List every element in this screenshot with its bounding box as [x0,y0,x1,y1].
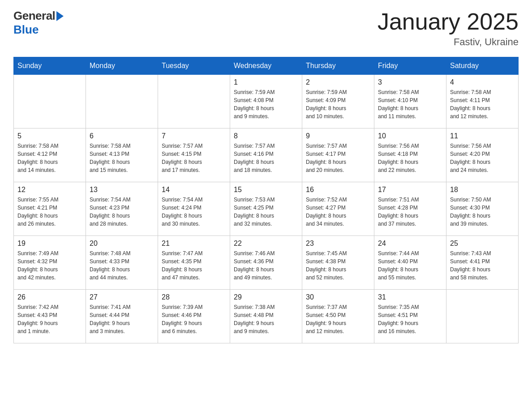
day-info: Sunrise: 7:37 AM Sunset: 4:50 PM Dayligh… [306,303,370,335]
calendar-cell [446,290,519,343]
calendar-cell: 23Sunrise: 7:45 AM Sunset: 4:38 PM Dayli… [302,236,374,290]
calendar-cell: 2Sunrise: 7:59 AM Sunset: 4:09 PM Daylig… [302,75,374,128]
day-info: Sunrise: 7:57 AM Sunset: 4:15 PM Dayligh… [162,142,226,174]
day-number: 18 [450,186,515,194]
logo-blue-text: Blue [13,23,39,37]
week-row-5: 26Sunrise: 7:42 AM Sunset: 4:43 PM Dayli… [14,290,519,343]
day-number: 9 [306,132,370,140]
day-number: 12 [17,186,82,194]
day-number: 11 [450,132,515,140]
calendar-cell: 29Sunrise: 7:38 AM Sunset: 4:48 PM Dayli… [230,290,302,343]
day-number: 13 [90,186,154,194]
weekday-header-sunday: Sunday [14,57,86,75]
day-info: Sunrise: 7:51 AM Sunset: 4:28 PM Dayligh… [378,196,442,228]
calendar-cell: 17Sunrise: 7:51 AM Sunset: 4:28 PM Dayli… [374,182,446,236]
day-number: 8 [234,132,298,140]
calendar-cell: 9Sunrise: 7:57 AM Sunset: 4:17 PM Daylig… [302,128,374,182]
week-row-3: 12Sunrise: 7:55 AM Sunset: 4:21 PM Dayli… [14,182,519,236]
day-number: 20 [90,240,154,248]
calendar-cell: 16Sunrise: 7:52 AM Sunset: 4:27 PM Dayli… [302,182,374,236]
calendar-title-block: January 2025 Fastiv, Ukraine [378,9,519,48]
day-number: 19 [17,240,82,248]
calendar-cell: 15Sunrise: 7:53 AM Sunset: 4:25 PM Dayli… [230,182,302,236]
calendar-cell: 19Sunrise: 7:49 AM Sunset: 4:32 PM Dayli… [14,236,86,290]
day-number: 1 [234,78,298,86]
logo-arrow-icon [56,11,64,21]
weekday-header-friday: Friday [374,57,446,75]
calendar-cell: 27Sunrise: 7:41 AM Sunset: 4:44 PM Dayli… [86,290,158,343]
day-info: Sunrise: 7:48 AM Sunset: 4:33 PM Dayligh… [90,249,154,282]
day-number: 29 [234,293,298,301]
calendar-cell: 8Sunrise: 7:57 AM Sunset: 4:16 PM Daylig… [230,128,302,182]
calendar-title: January 2025 [378,9,519,34]
calendar-cell: 30Sunrise: 7:37 AM Sunset: 4:50 PM Dayli… [302,290,374,343]
day-number: 5 [17,132,82,140]
day-info: Sunrise: 7:39 AM Sunset: 4:46 PM Dayligh… [162,303,226,335]
day-number: 21 [162,240,226,248]
calendar-cell: 28Sunrise: 7:39 AM Sunset: 4:46 PM Dayli… [158,290,230,343]
day-info: Sunrise: 7:54 AM Sunset: 4:23 PM Dayligh… [90,196,154,228]
day-info: Sunrise: 7:58 AM Sunset: 4:10 PM Dayligh… [378,88,442,120]
day-info: Sunrise: 7:57 AM Sunset: 4:17 PM Dayligh… [306,142,370,174]
weekday-header-tuesday: Tuesday [158,57,230,75]
week-row-1: 1Sunrise: 7:59 AM Sunset: 4:08 PM Daylig… [14,75,519,128]
day-info: Sunrise: 7:49 AM Sunset: 4:32 PM Dayligh… [17,249,82,282]
week-row-2: 5Sunrise: 7:58 AM Sunset: 4:12 PM Daylig… [14,128,519,182]
day-info: Sunrise: 7:54 AM Sunset: 4:24 PM Dayligh… [162,196,226,228]
day-info: Sunrise: 7:52 AM Sunset: 4:27 PM Dayligh… [306,196,370,228]
day-info: Sunrise: 7:56 AM Sunset: 4:18 PM Dayligh… [378,142,442,174]
calendar-cell: 6Sunrise: 7:58 AM Sunset: 4:13 PM Daylig… [86,128,158,182]
calendar-cell: 12Sunrise: 7:55 AM Sunset: 4:21 PM Dayli… [14,182,86,236]
day-number: 30 [306,293,370,301]
calendar-cell [158,75,230,128]
calendar-cell: 18Sunrise: 7:50 AM Sunset: 4:30 PM Dayli… [446,182,519,236]
weekday-header-wednesday: Wednesday [230,57,302,75]
day-info: Sunrise: 7:57 AM Sunset: 4:16 PM Dayligh… [234,142,298,174]
day-number: 7 [162,132,226,140]
day-number: 31 [378,293,442,301]
calendar-cell: 11Sunrise: 7:56 AM Sunset: 4:20 PM Dayli… [446,128,519,182]
calendar-cell: 3Sunrise: 7:58 AM Sunset: 4:10 PM Daylig… [374,75,446,128]
day-info: Sunrise: 7:38 AM Sunset: 4:48 PM Dayligh… [234,303,298,335]
weekday-header-row: SundayMondayTuesdayWednesdayThursdayFrid… [14,57,519,75]
day-info: Sunrise: 7:58 AM Sunset: 4:13 PM Dayligh… [90,142,154,174]
day-number: 10 [378,132,442,140]
day-info: Sunrise: 7:59 AM Sunset: 4:08 PM Dayligh… [234,88,298,120]
day-number: 14 [162,186,226,194]
calendar-cell: 24Sunrise: 7:44 AM Sunset: 4:40 PM Dayli… [374,236,446,290]
day-info: Sunrise: 7:45 AM Sunset: 4:38 PM Dayligh… [306,249,370,282]
weekday-header-monday: Monday [86,57,158,75]
day-info: Sunrise: 7:35 AM Sunset: 4:51 PM Dayligh… [378,303,442,335]
day-number: 26 [17,293,82,301]
day-number: 15 [234,186,298,194]
calendar-subtitle: Fastiv, Ukraine [378,36,519,48]
day-number: 2 [306,78,370,86]
calendar-table: SundayMondayTuesdayWednesdayThursdayFrid… [13,57,519,343]
day-number: 16 [306,186,370,194]
day-number: 28 [162,293,226,301]
day-number: 23 [306,240,370,248]
calendar-cell [14,75,86,128]
calendar-cell: 26Sunrise: 7:42 AM Sunset: 4:43 PM Dayli… [14,290,86,343]
day-info: Sunrise: 7:43 AM Sunset: 4:41 PM Dayligh… [450,249,515,282]
day-info: Sunrise: 7:47 AM Sunset: 4:35 PM Dayligh… [162,249,226,282]
day-number: 3 [378,78,442,86]
day-info: Sunrise: 7:46 AM Sunset: 4:36 PM Dayligh… [234,249,298,282]
day-info: Sunrise: 7:55 AM Sunset: 4:21 PM Dayligh… [17,196,82,228]
day-info: Sunrise: 7:56 AM Sunset: 4:20 PM Dayligh… [450,142,515,174]
calendar-cell: 20Sunrise: 7:48 AM Sunset: 4:33 PM Dayli… [86,236,158,290]
logo: General Blue [13,9,64,37]
calendar-cell: 22Sunrise: 7:46 AM Sunset: 4:36 PM Dayli… [230,236,302,290]
calendar-cell: 4Sunrise: 7:58 AM Sunset: 4:11 PM Daylig… [446,75,519,128]
day-number: 4 [450,78,515,86]
day-number: 22 [234,240,298,248]
calendar-cell: 13Sunrise: 7:54 AM Sunset: 4:23 PM Dayli… [86,182,158,236]
calendar-cell: 25Sunrise: 7:43 AM Sunset: 4:41 PM Dayli… [446,236,519,290]
calendar-cell: 14Sunrise: 7:54 AM Sunset: 4:24 PM Dayli… [158,182,230,236]
day-number: 27 [90,293,154,301]
calendar-cell: 5Sunrise: 7:58 AM Sunset: 4:12 PM Daylig… [14,128,86,182]
day-info: Sunrise: 7:50 AM Sunset: 4:30 PM Dayligh… [450,196,515,228]
day-info: Sunrise: 7:53 AM Sunset: 4:25 PM Dayligh… [234,196,298,228]
calendar-cell: 1Sunrise: 7:59 AM Sunset: 4:08 PM Daylig… [230,75,302,128]
weekday-header-thursday: Thursday [302,57,374,75]
